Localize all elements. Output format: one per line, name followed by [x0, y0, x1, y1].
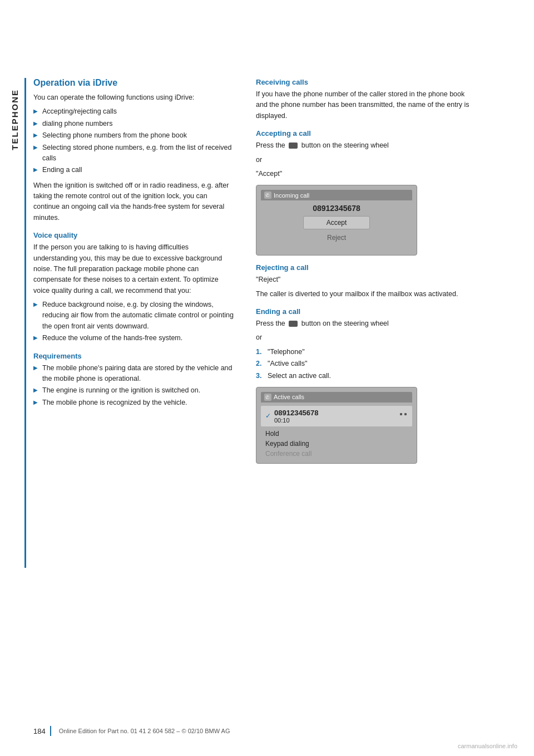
active-calls-title: Active calls [274, 394, 304, 400]
list-item: ▶ The mobile phone's pairing data are st… [33, 363, 234, 385]
active-call-row: ✓ 08912345678 00:10 [261, 406, 412, 426]
sidebar-label: Telephone [10, 89, 19, 150]
voice-quality-title: Voice quality [33, 231, 234, 239]
ending-text1: Press the [256, 320, 285, 327]
svg-text:✆: ✆ [265, 395, 270, 400]
bullet-arrow-icon: ▶ [33, 107, 38, 116]
footer-text: Online Edition for Part no. 01 41 2 604 … [59, 728, 230, 734]
bullet-text: Ending a call [42, 165, 234, 175]
ignition-text: When the ignition is switched off or in … [33, 180, 234, 224]
reject-screen-button: Reject [303, 232, 370, 244]
accepting-accept: "Accept" [256, 169, 473, 179]
bullet-text: Reduce background noise, e.g. by closing… [42, 300, 234, 332]
bullet-arrow-icon: ▶ [33, 398, 38, 407]
phone-end-button-icon [289, 321, 298, 327]
screen-titlebar: ✆ Incoming call [261, 190, 412, 200]
accepting-or: or [256, 155, 473, 165]
list-item: ▶ Selecting phone numbers from the phone… [33, 130, 234, 141]
bullet-text: The mobile phone is recognized by the ve… [42, 397, 234, 408]
active-call-number: 08912345678 [274, 409, 319, 417]
ending-call-steps: 1. "Telephone" 2. "Active calls" 3. Sele… [256, 347, 473, 381]
main-section-title: Operation via iDrive [33, 78, 234, 88]
incoming-call-screen: ✆ Incoming call 08912345678 Accept Rejec… [256, 185, 417, 256]
step-number: 1. [256, 347, 265, 357]
active-call-time: 00:10 [274, 417, 319, 424]
list-item: ▶ Accepting/rejecting calls [33, 106, 234, 117]
bullet-arrow-icon: ▶ [33, 119, 38, 128]
active-calls-screen: ✆ Active calls ✓ 08912345678 00:10 [256, 387, 417, 464]
list-item: ▶ Reduce the volume of the hands-free sy… [33, 333, 234, 343]
bullet-arrow-icon: ▶ [33, 386, 38, 395]
bullet-arrow-icon: ▶ [33, 131, 38, 140]
ending-or: or [256, 332, 473, 343]
incoming-call-title: Incoming call [274, 192, 309, 199]
list-item: ▶ Reduce background noise, e.g. by closi… [33, 300, 234, 332]
bullet-arrow-icon: ▶ [33, 333, 38, 342]
ending-text2: button on the steering wheel [301, 320, 389, 327]
left-column: Operation via iDrive You can operate the… [33, 78, 250, 469]
bullet-arrow-icon: ▶ [33, 364, 38, 372]
bullet-text: Reduce the volume of the hands-free syst… [42, 333, 234, 343]
bullet-text: The engine is running or the ignition is… [42, 385, 234, 396]
keypad-dialing-option: Keypad dialing [261, 439, 412, 449]
ending-call-title: Ending a call [256, 307, 473, 316]
rejecting-call-title: Rejecting a call [256, 263, 473, 272]
options-icon [399, 411, 408, 420]
voice-quality-text: If the person you are talking to is havi… [33, 242, 234, 296]
bullet-text: dialing phone numbers [42, 119, 234, 129]
list-item: 1. "Telephone" [256, 347, 473, 357]
page-number: 184 [33, 727, 46, 735]
accepting-text1: Press the [256, 141, 285, 149]
step-text: "Telephone" [268, 347, 305, 357]
ending-call-press-text: Press the button on the steering wheel [256, 318, 473, 329]
hold-option: Hold [261, 429, 412, 439]
active-call-info: 08912345678 00:10 [274, 409, 319, 424]
step-text: "Active calls" [268, 359, 307, 369]
step-text: Select an active call. [268, 371, 331, 381]
phone-icon-2: ✆ [264, 394, 271, 401]
accepting-call-title: Accepting a call [256, 129, 473, 138]
bullet-arrow-icon: ▶ [33, 143, 38, 152]
accept-screen-button: Accept [303, 216, 370, 229]
list-item: ▶ The engine is running or the ignition … [33, 385, 234, 396]
bullet-arrow-icon: ▶ [33, 300, 38, 309]
right-column: Receiving calls If you have the phone nu… [250, 78, 473, 469]
accepting-call-press-text: Press the button on the steering wheel [256, 140, 473, 151]
intro-text: You can operate the following functions … [33, 92, 234, 103]
step-number: 2. [256, 359, 265, 369]
bullet-text: Selecting phone numbers from the phone b… [42, 130, 234, 141]
conference-call-option: Conference call [261, 449, 412, 459]
bullet-text: The mobile phone's pairing data are stor… [42, 363, 234, 385]
content-area: Operation via iDrive You can operate the… [33, 78, 512, 469]
list-item: 2. "Active calls" [256, 359, 473, 369]
bullet-text: Selecting stored phone numbers, e.g. fro… [42, 143, 234, 164]
checkmark-icon: ✓ [265, 412, 271, 420]
list-item: ▶ Ending a call [33, 165, 234, 175]
call-options-icon [399, 411, 408, 421]
list-item: ▶ dialing phone numbers [33, 119, 234, 129]
incoming-call-number: 08912345678 [261, 204, 412, 213]
step-number: 3. [256, 371, 265, 381]
requirements-bullet-list: ▶ The mobile phone's pairing data are st… [33, 363, 234, 409]
receiving-calls-title: Receiving calls [256, 78, 473, 86]
list-item: ▶ Selecting stored phone numbers, e.g. f… [33, 143, 234, 164]
bullet-arrow-icon: ▶ [33, 165, 38, 174]
phone-icon: ✆ [264, 192, 271, 199]
bullet-text: Accepting/rejecting calls [42, 106, 234, 117]
list-item: 3. Select an active call. [256, 371, 473, 381]
phone-button-icon [289, 143, 298, 149]
footer-rule [50, 726, 51, 736]
page-container: Telephone Operation via iDrive You can o… [0, 0, 534, 756]
left-border-line [24, 78, 26, 568]
rejecting-call-label: "Reject" [256, 274, 473, 285]
requirements-title: Requirements [33, 352, 234, 360]
accepting-text2: button on the steering wheel [301, 141, 389, 149]
watermark: carmanualsonline.info [458, 743, 517, 749]
svg-rect-5 [404, 413, 407, 415]
active-calls-titlebar: ✆ Active calls [261, 392, 412, 402]
svg-rect-4 [400, 413, 402, 415]
rejecting-call-text: The caller is diverted to your mailbox i… [256, 289, 473, 300]
voice-bullet-list: ▶ Reduce background noise, e.g. by closi… [33, 300, 234, 344]
intro-bullet-list: ▶ Accepting/rejecting calls ▶ dialing ph… [33, 106, 234, 175]
receiving-calls-text: If you have the phone number of the call… [256, 89, 473, 121]
